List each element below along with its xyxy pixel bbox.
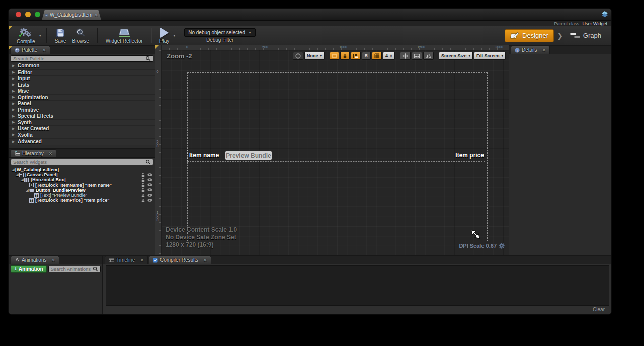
timeline-close-icon[interactable]: ✕ xyxy=(140,258,144,263)
preview-textblock-itemname[interactable]: Item name xyxy=(189,152,219,159)
expander-icon[interactable]: ▶ xyxy=(12,140,15,144)
designer-mode-button[interactable]: Designer xyxy=(505,29,554,42)
expander-icon[interactable]: ◢ xyxy=(20,178,24,182)
grid-snap-toggle-button[interactable] xyxy=(372,52,382,60)
details-close-icon[interactable]: ✕ xyxy=(542,48,546,53)
save-button[interactable]: Save xyxy=(52,27,69,45)
expander-icon[interactable]: ▶ xyxy=(12,89,15,93)
tree-node-horizontal-box[interactable]: ◢ [Horizontal Box] xyxy=(9,177,155,182)
parent-class-value[interactable]: User Widget xyxy=(582,21,607,26)
tab-close-icon[interactable]: ✕ xyxy=(94,13,98,18)
lock-open-icon[interactable] xyxy=(141,178,145,182)
transform-mode-button[interactable] xyxy=(400,52,411,60)
preview-button-bundlepreview[interactable]: Preview Bundle xyxy=(225,151,272,160)
tree-node-canvas-panel[interactable]: ◢ [Canvas Panel] xyxy=(9,172,155,177)
palette-category-advanced[interactable]: ▶Advanced xyxy=(9,139,155,145)
outline-toggle-button[interactable] xyxy=(330,52,339,60)
expander-icon[interactable]: ▶ xyxy=(12,114,15,118)
palette-category-optimization[interactable]: ▶Optimization xyxy=(9,95,155,101)
dpi-settings-gear-icon[interactable] xyxy=(499,243,505,249)
compile-options-caret[interactable]: ▾ xyxy=(39,33,41,38)
palette-search-input[interactable] xyxy=(13,56,145,61)
palette-category-synth[interactable]: ▶Synth xyxy=(9,120,155,126)
snap-to-widgets-button[interactable] xyxy=(351,52,361,60)
preview-background-button[interactable] xyxy=(412,52,422,60)
debug-object-dropdown[interactable]: No debug object selected ▼ xyxy=(184,28,256,37)
visibility-eye-icon[interactable] xyxy=(147,198,152,202)
tree-node-textblock-itemname[interactable]: T [TextBlock_ItemName] "Item name" xyxy=(9,183,155,188)
grid-snap-size-spinner[interactable]: 4▲▼ xyxy=(383,52,395,60)
lock-open-icon[interactable] xyxy=(141,183,145,187)
tree-node-text-preview-bundle[interactable]: T [Text] "Preview Bundle" xyxy=(9,193,155,198)
close-window-button[interactable] xyxy=(16,12,21,17)
tree-node-root[interactable]: ◢ [W_CatalogListItem] xyxy=(9,167,155,172)
visibility-eye-icon[interactable] xyxy=(147,173,152,177)
browse-button[interactable]: Browse xyxy=(69,27,92,45)
animations-search-input[interactable] xyxy=(51,266,93,272)
lock-widgets-button[interactable] xyxy=(340,52,350,60)
details-tab[interactable]: i Details ✕ xyxy=(511,46,550,54)
compile-button[interactable]: ✓ Compile xyxy=(14,26,38,45)
screen-size-dropdown[interactable]: Screen Size▾ xyxy=(439,52,473,60)
timeline-tab[interactable]: Timeline ✕ xyxy=(105,256,148,264)
localization-preview-button[interactable] xyxy=(293,52,303,60)
palette-search[interactable] xyxy=(11,55,153,62)
visibility-eye-icon[interactable] xyxy=(147,193,152,197)
palette-category-panel[interactable]: ▶Panel xyxy=(9,101,155,107)
expander-icon[interactable]: ▶ xyxy=(12,83,15,87)
hierarchy-search-input[interactable] xyxy=(13,159,145,165)
visibility-eye-icon[interactable] xyxy=(147,178,152,182)
widget-reflector-button[interactable]: Widget Reflector xyxy=(103,27,146,45)
hierarchy-search[interactable] xyxy=(11,159,153,165)
animations-search[interactable] xyxy=(48,266,101,272)
play-button[interactable]: Play xyxy=(156,27,172,45)
palette-category-xsolla[interactable]: ▶Xsolla xyxy=(9,132,155,139)
expander-icon[interactable]: ▶ xyxy=(12,77,15,81)
culture-dropdown[interactable]: None▾ xyxy=(304,52,325,60)
graph-mode-button[interactable]: Graph xyxy=(566,30,605,41)
animations-close-icon[interactable]: ✕ xyxy=(51,258,55,263)
expander-icon[interactable]: ▶ xyxy=(12,108,15,112)
hierarchy-tab[interactable]: Hierarchy ✕ xyxy=(11,149,56,157)
lock-open-icon[interactable] xyxy=(141,173,145,177)
expander-icon[interactable]: ▶ xyxy=(12,64,15,68)
palette-close-icon[interactable]: ✕ xyxy=(42,48,46,53)
flip-preview-button[interactable] xyxy=(423,52,434,60)
hierarchy-close-icon[interactable]: ✕ xyxy=(49,151,53,156)
design-canvas[interactable]: Zoom -2 None▾ xyxy=(162,50,509,255)
palette-category-editor[interactable]: ▶Editor xyxy=(9,70,155,76)
tree-node-textblock-itemprice[interactable]: T [TextBlock_ItemPrice] "Item price" xyxy=(9,198,155,203)
lock-open-icon[interactable] xyxy=(141,193,145,198)
respect-locks-toggle-button[interactable]: R xyxy=(362,52,371,60)
expander-icon[interactable]: ◢ xyxy=(25,188,29,192)
clear-log-button[interactable]: Clear xyxy=(593,307,605,312)
palette-category-misc[interactable]: ▶Misc xyxy=(9,88,155,95)
lock-open-icon[interactable] xyxy=(141,198,145,203)
palette-category-lists[interactable]: ▶Lists xyxy=(9,82,155,89)
expander-icon[interactable]: ◢ xyxy=(15,173,19,177)
palette-category-common[interactable]: ▶Common xyxy=(9,63,155,70)
compiler-results-close-icon[interactable]: ✕ xyxy=(203,258,207,263)
asset-tab[interactable]: W_CatalogListItem ✕ xyxy=(42,10,101,20)
palette-tab[interactable]: Palette ✕ xyxy=(11,46,50,54)
play-options-caret[interactable]: ▾ xyxy=(173,33,175,38)
fill-screen-dropdown[interactable]: Fill Screen▾ xyxy=(474,52,506,60)
resize-handle-cursor-icon[interactable] xyxy=(471,230,480,239)
lock-open-icon[interactable] xyxy=(141,188,145,192)
compiler-results-tab[interactable]: Compiler Results ✕ xyxy=(149,256,211,264)
expander-icon[interactable]: ▶ xyxy=(12,120,15,124)
add-animation-button[interactable]: + Animation xyxy=(11,265,47,273)
expander-icon[interactable]: ◢ xyxy=(11,168,15,172)
expander-icon[interactable]: ▶ xyxy=(12,133,15,137)
palette-category-primitive[interactable]: ▶Primitive xyxy=(9,107,155,114)
expander-icon[interactable]: ▶ xyxy=(12,127,15,131)
expander-icon[interactable]: ▶ xyxy=(12,95,15,99)
tree-node-button-bundlepreview[interactable]: ◢ Button_BundlePreview xyxy=(9,188,155,193)
visibility-eye-icon[interactable] xyxy=(147,188,152,192)
animations-tab[interactable]: Animations ✕ xyxy=(11,256,59,264)
preview-textblock-itemprice[interactable]: Item price xyxy=(455,152,484,159)
zoom-window-button[interactable] xyxy=(35,12,40,17)
minimize-window-button[interactable] xyxy=(25,12,31,17)
palette-category-user-created[interactable]: ▶User Created xyxy=(9,126,155,132)
palette-category-input[interactable]: ▶Input xyxy=(9,76,155,82)
